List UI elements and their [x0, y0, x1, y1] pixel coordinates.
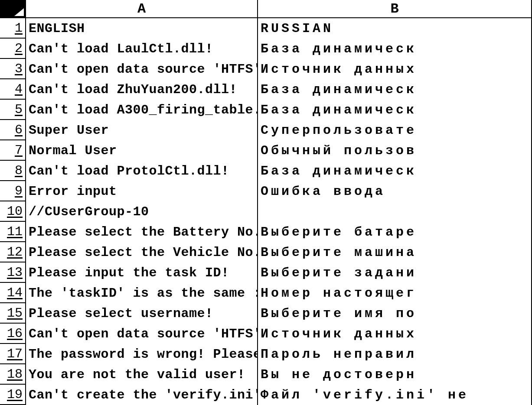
cell-A8[interactable]: Can't load ProtolCtl.dll! — [26, 161, 258, 181]
row-header-6[interactable]: 6 — [0, 120, 26, 140]
cell-A17[interactable]: The password is wrong! Please — [26, 344, 258, 364]
cell-A5[interactable]: Can't load A300_firing_table. — [26, 100, 258, 120]
cell-B9[interactable]: Ошибка ввода — [258, 181, 532, 201]
row-header-17[interactable]: 17 — [0, 344, 26, 364]
row-header-11[interactable]: 11 — [0, 222, 26, 242]
row-header-9[interactable]: 9 — [0, 181, 26, 201]
row-header-12[interactable]: 12 — [0, 242, 26, 262]
cell-A19[interactable]: Can't create the 'verify.ini' — [26, 385, 258, 405]
row-header-2[interactable]: 2 — [0, 39, 26, 59]
row-header-10[interactable]: 10 — [0, 201, 26, 222]
cell-B16[interactable]: Источник данных — [258, 324, 532, 344]
spreadsheet-grid: A B 1 ENGLISH RUSSIAN 2 Can't load LaulC… — [0, 0, 532, 405]
row-header-3[interactable]: 3 — [0, 59, 26, 79]
cell-B3[interactable]: Источник данных — [258, 59, 532, 79]
cell-B14[interactable]: Номер настоящег — [258, 283, 532, 303]
cell-B8[interactable]: База динамическ — [258, 161, 532, 181]
cell-B10[interactable] — [258, 201, 532, 222]
row-header-16[interactable]: 16 — [0, 324, 26, 344]
cell-A1[interactable]: ENGLISH — [26, 18, 258, 39]
row-header-1[interactable]: 1 — [0, 18, 26, 39]
cell-A3[interactable]: Can't open data source 'HTFS' — [26, 59, 258, 79]
cell-B4[interactable]: База динамическ — [258, 79, 532, 100]
cell-B6[interactable]: Суперпользовате — [258, 120, 532, 140]
cell-A2[interactable]: Can't load LaulCtl.dll! — [26, 39, 258, 59]
cell-A15[interactable]: Please select username! — [26, 303, 258, 324]
cell-A12[interactable]: Please select the Vehicle No. — [26, 242, 258, 262]
cell-A4[interactable]: Can't load ZhuYuan200.dll! — [26, 79, 258, 100]
cell-A11[interactable]: Please select the Battery No. — [26, 222, 258, 242]
cell-B12[interactable]: Выберите машина — [258, 242, 532, 262]
cell-A13[interactable]: Please input the task ID! — [26, 262, 258, 283]
cell-B15[interactable]: Выберите имя по — [258, 303, 532, 324]
row-header-15[interactable]: 15 — [0, 303, 26, 324]
select-all-corner[interactable] — [0, 0, 26, 18]
cell-B13[interactable]: Выберите задани — [258, 262, 532, 283]
row-header-14[interactable]: 14 — [0, 283, 26, 303]
cell-B17[interactable]: Пароль неправил — [258, 344, 532, 364]
cell-B11[interactable]: Выберите батаре — [258, 222, 532, 242]
cell-A6[interactable]: Super User — [26, 120, 258, 140]
row-header-4[interactable]: 4 — [0, 79, 26, 100]
row-header-18[interactable]: 18 — [0, 364, 26, 385]
row-header-19[interactable]: 19 — [0, 385, 26, 405]
cell-B2[interactable]: База динамическ — [258, 39, 532, 59]
cell-B5[interactable]: База динамическ — [258, 100, 532, 120]
column-header-A[interactable]: A — [26, 0, 258, 18]
row-header-13[interactable]: 13 — [0, 262, 26, 283]
row-header-8[interactable]: 8 — [0, 161, 26, 181]
column-header-B[interactable]: B — [258, 0, 532, 18]
row-header-5[interactable]: 5 — [0, 100, 26, 120]
cell-A16[interactable]: Can't open data source 'HTFS' — [26, 324, 258, 344]
cell-B19[interactable]: Файл 'verify.ini' не — [258, 385, 532, 405]
cell-B1[interactable]: RUSSIAN — [258, 18, 532, 39]
row-header-7[interactable]: 7 — [0, 140, 26, 161]
cell-A14[interactable]: The 'taskID' is as the same : — [26, 283, 258, 303]
cell-B18[interactable]: Вы не достоверн — [258, 364, 532, 385]
cell-A7[interactable]: Normal User — [26, 140, 258, 161]
cell-A10[interactable]: //CUserGroup-10 — [26, 201, 258, 222]
cell-B7[interactable]: Обычный пользов — [258, 140, 532, 161]
cell-A9[interactable]: Error input — [26, 181, 258, 201]
cell-A18[interactable]: You are not the valid user! — [26, 364, 258, 385]
